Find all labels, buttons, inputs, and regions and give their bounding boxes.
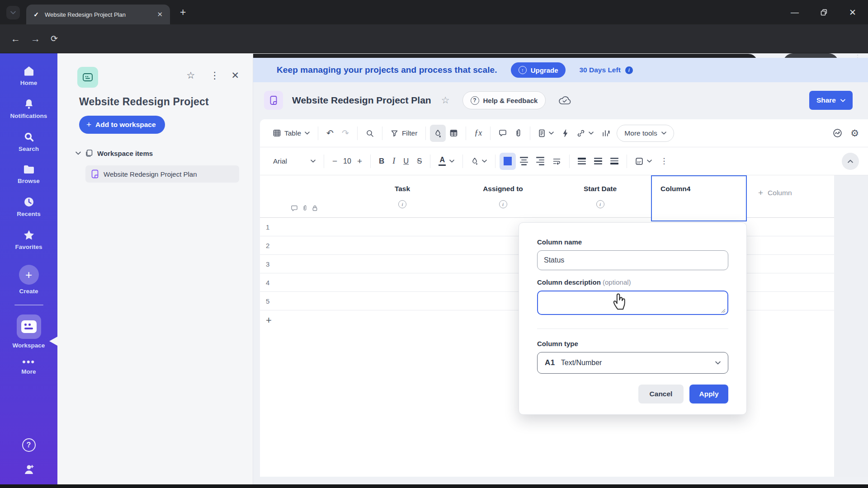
chevron-down-icon [661,131,666,135]
document-tools-button[interactable] [534,125,558,142]
search-sheet-icon[interactable] [362,125,378,142]
info-icon[interactable]: i [625,66,633,74]
restore-button[interactable] [821,9,827,16]
column-header-start-date[interactable]: Start Date i [549,175,651,218]
redo-icon[interactable]: ↷ [338,125,353,142]
sidebar-item-search[interactable]: Search [0,131,57,152]
tab-close-icon[interactable]: ✕ [155,9,165,19]
integrations-button[interactable] [573,125,598,142]
more-tools-button[interactable]: More tools [617,125,674,142]
reload-icon[interactable]: ⟳ [51,33,58,44]
sidebar-item-home[interactable]: Home [0,66,57,86]
workspace-items-header[interactable]: Workspace items [75,149,153,157]
column-info-icon[interactable]: i [596,200,604,208]
attachment-column-icon[interactable] [302,205,307,211]
column-info-icon[interactable]: i [499,200,507,208]
browser-navbar: ← → ⟳ app.smartsheet.com/sheets/v3qwxMgR… [0,24,868,53]
panel-close-icon[interactable]: ✕ [231,70,239,80]
add-column-button[interactable]: + Column [758,188,792,198]
add-to-workspace-button[interactable]: + Add to workspace [79,116,165,134]
strikethrough-button[interactable]: S [413,153,426,170]
text-color-icon: A [439,156,446,166]
column-info-icon[interactable]: i [398,200,406,208]
valign-bottom-button[interactable] [606,153,623,170]
activity-icon[interactable] [833,128,842,138]
format-overflow-icon[interactable]: ⋮ [656,153,664,170]
wrap-text-button[interactable] [548,153,565,170]
cell-format-icon[interactable] [446,125,462,142]
chevron-down-icon [10,11,16,14]
share-button[interactable]: Share [809,91,853,110]
upgrade-banner: Keep managing your projects and process … [253,58,868,82]
sidebar-item-recents[interactable]: Recents [0,197,57,217]
workspace-item-sheet[interactable]: Website Redesign Project Plan [85,165,239,183]
tab-search-button[interactable] [6,6,20,19]
forward-icon[interactable]: → [31,33,40,44]
help-feedback-button[interactable]: ? Help & Feedback [462,91,546,109]
add-row-button[interactable]: + [266,314,272,326]
screen: ✓ Website Redesign Project Plan ✕ + — ✕ … [0,0,868,488]
sidebar-item-notifications[interactable]: Notifications [0,99,57,119]
fill-color-button[interactable] [467,153,491,170]
upgrade-button[interactable]: ↑ Upgrade [511,62,566,78]
number-format-button[interactable] [631,153,656,170]
sidebar-item-more[interactable]: ••• More [0,359,57,375]
minimize-button[interactable]: — [791,8,799,17]
comment-column-icon[interactable] [291,205,298,211]
align-right-button[interactable] [532,153,548,170]
panel-menu-icon[interactable]: ⋮ [210,70,216,80]
column-header-assigned-to[interactable]: Assigned to i [457,175,549,218]
resize-grip-icon[interactable] [721,309,726,313]
filter-button[interactable]: Filter [387,125,421,142]
sidebar-item-workspace[interactable]: Workspace [0,314,57,349]
align-center-button[interactable] [516,153,532,170]
font-size-decrease-icon[interactable]: − [328,153,341,170]
sidebar-item-create[interactable]: + Create [0,265,57,295]
underline-button[interactable]: U [399,153,413,170]
cancel-button[interactable]: Cancel [638,385,684,404]
back-icon[interactable]: ← [11,33,20,44]
align-left-icon [504,157,512,165]
column-type-select[interactable]: A1 Text/Number [537,352,728,374]
valign-middle-button[interactable] [590,153,606,170]
sidebar-item-favorites[interactable]: Favorites [0,230,57,250]
attachment-icon[interactable] [511,125,526,142]
column-header-column4-selected[interactable]: Column4 [651,175,747,221]
align-left-button[interactable] [500,153,516,170]
column-name-input[interactable] [537,250,728,270]
close-window-button[interactable]: ✕ [849,7,856,18]
font-size-increase-icon[interactable]: + [353,153,366,170]
new-tab-button[interactable]: + [180,6,186,18]
automation-icon[interactable] [558,125,573,142]
formula-button[interactable]: ƒx [470,125,486,142]
italic-button[interactable]: I [388,153,399,170]
help-icon[interactable]: ? [22,438,36,452]
chart-icon[interactable] [598,125,614,142]
browser-tab[interactable]: ✓ Website Redesign Project Plan ✕ [26,5,170,24]
sidebar-item-browse[interactable]: Browse [0,164,57,184]
gear-icon[interactable]: ⚙ [850,128,859,139]
font-family-selector[interactable]: Arial [269,153,320,170]
favorite-sheet-star-icon[interactable]: ☆ [441,95,450,106]
column-description-textarea[interactable] [537,291,728,315]
chevron-down-icon [840,99,845,102]
font-size-value[interactable]: 10 [341,157,353,165]
column-header-task[interactable]: Task i [348,175,457,218]
valign-top-icon [578,158,586,164]
valign-top-button[interactable] [574,153,590,170]
comment-icon[interactable] [495,125,511,142]
lock-column-icon[interactable] [312,205,318,211]
format-paint-icon[interactable] [430,125,446,142]
favorite-star-icon[interactable]: ☆ [187,70,195,80]
profile-icon[interactable] [23,464,35,475]
ellipsis-icon: ••• [22,359,35,365]
view-selector[interactable]: Table [269,125,314,142]
bold-button[interactable]: B [375,153,388,170]
apply-button[interactable]: Apply [689,385,728,404]
undo-icon[interactable]: ↶ [322,125,338,142]
sheet-header: Website Redesign Project Plan ☆ ? Help &… [253,82,868,118]
browser-tabstrip: ✓ Website Redesign Project Plan ✕ + — ✕ [0,0,868,24]
text-color-button[interactable]: A [434,153,458,170]
document-icon [538,129,545,137]
collapse-toolbar-button[interactable] [842,153,859,170]
